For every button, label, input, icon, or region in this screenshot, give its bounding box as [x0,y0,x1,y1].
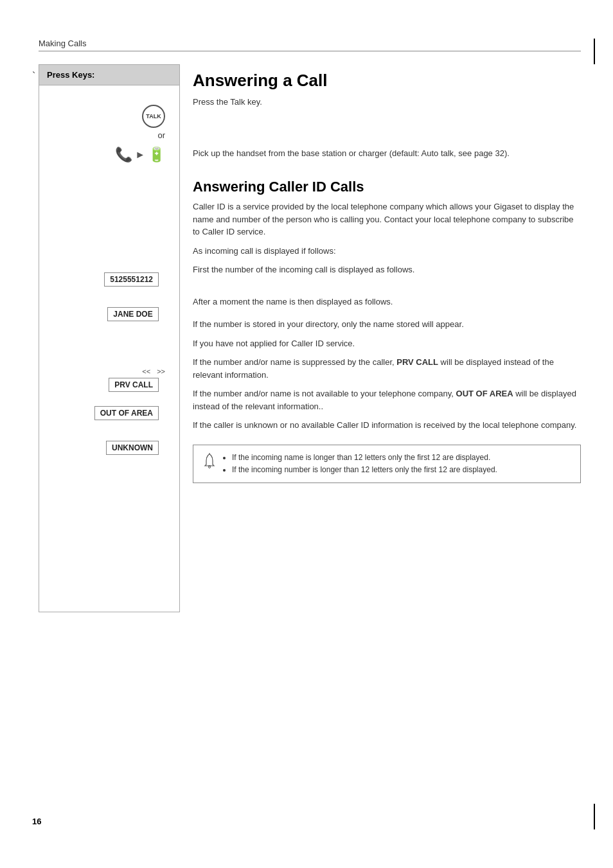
phone-icons-row: 📞 ► 🔋 [47,146,172,163]
number-display-box: 5125551212 [104,272,159,287]
nav-left: << [142,368,150,375]
as-incoming-text: As incoming call is displayed if follows… [193,245,581,258]
out-of-area-display-box: OUT OF AREA [94,406,159,420]
out-of-area-text: If the number and/or name is not availab… [193,387,581,412]
number-display-text: First the number of the incoming call is… [193,263,581,276]
note-item-1: If the incoming name is longer than 12 l… [232,452,497,464]
arrow-icon: ► [135,149,145,161]
note-item-2: If the incoming number is longer than 12… [232,464,497,476]
nav-display-row: << >> PRV CALL [47,368,172,400]
prv-call-text: If the number and/or name is suppressed … [193,356,581,381]
note-list: If the incoming name is longer than 12 l… [223,452,497,476]
note-icon [202,453,217,474]
unknown-display-box: UNKNOWN [106,441,159,455]
name-display-text: After a moment the name is then displaye… [193,296,581,308]
name-display-box: JANE DOE [107,307,159,321]
talk-instruction: Press the Talk key. [193,96,581,109]
unknown-display-row: UNKNOWN [47,441,172,463]
page-number: 16 [32,817,41,826]
caller-id-intro: Caller ID is a service provided by the l… [193,200,581,238]
bell-icon [202,453,217,471]
talk-key-label: TALK [146,113,161,120]
unknown-text: If the caller is unknown or no available… [193,419,581,432]
border-bottom-right [594,804,595,829]
no-caller-id-text: If you have not applied for Caller ID se… [193,337,581,350]
svg-point-1 [209,466,211,468]
answering-call-title: Answering a Call [193,71,581,91]
name-display-row: JANE DOE [47,307,172,329]
nav-right: >> [157,368,165,375]
prv-call-display-box: PRV CALL [109,378,159,392]
or-row: or [47,130,172,140]
out-of-area-display-row: OUT OF AREA [47,406,172,428]
charger-icon: 🔋 [148,146,165,163]
section-title: Making Calls [39,39,581,51]
nav-row: << >> [142,368,165,375]
talk-key-row: TALK [47,105,172,128]
note-content: If the incoming name is longer than 12 l… [223,452,497,476]
note-box: If the incoming name is longer than 12 l… [193,445,581,483]
name-only-text: If the number is stored in your director… [193,318,581,331]
border-top-right [594,39,595,64]
backtick-mark: ` [32,71,35,82]
pickup-instruction: Pick up the handset from the base statio… [193,147,581,160]
number-display-row: 5125551212 [47,272,172,294]
keys-content: TALK or 📞 ► 🔋 5125551212 [39,85,180,612]
answering-caller-id-title: Answering Caller ID Calls [193,179,581,195]
handset-icon: 📞 [115,146,132,163]
talk-key: TALK [142,105,165,128]
press-keys-box: Press Keys: [39,64,180,85]
